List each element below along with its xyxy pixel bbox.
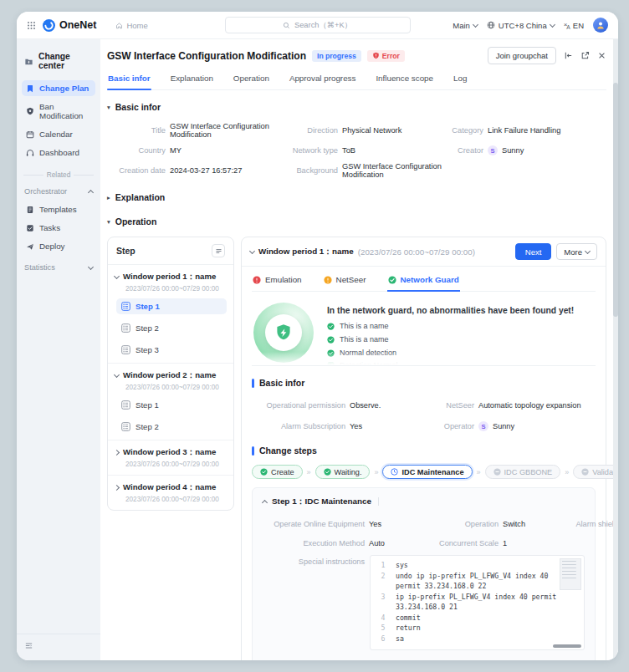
- search-input[interactable]: Search（⌘+K）: [225, 17, 411, 33]
- field-creation-date: Creation date2024-03-27 16:57:27: [107, 162, 276, 179]
- window-period-1-header[interactable]: Window period 1：name (2023/07/26 00:00~0…: [242, 237, 606, 267]
- section-explanation[interactable]: ▸ Explanation: [107, 192, 606, 202]
- field-value: 2024-03-27 16:57:27: [170, 166, 242, 175]
- sidebar-item-deploy[interactable]: Deploy: [22, 238, 95, 254]
- sidebar-item-ban-modification[interactable]: Ban Modification: [22, 99, 95, 124]
- sidebar-group-statistics[interactable]: Statistics: [17, 257, 100, 275]
- sidebar-header[interactable]: Change center: [17, 43, 100, 78]
- join-groupchat-button[interactable]: Join groupchat: [488, 47, 556, 64]
- step-panel-toggle-icon[interactable]: [212, 244, 225, 257]
- change-step-create[interactable]: Create: [252, 465, 303, 479]
- change-step-idc-gbbone[interactable]: IDC GBBONE: [485, 465, 561, 479]
- avatar: S: [488, 145, 498, 155]
- step-group: Window period 3：name2023/07/26 00:00~07/…: [108, 440, 233, 475]
- field-label: Creator: [443, 146, 483, 155]
- collapse-panel-icon[interactable]: [564, 51, 573, 60]
- chevron-up-icon: [88, 189, 94, 195]
- window-period-toggle[interactable]: Window period 4：name: [115, 482, 227, 493]
- tab-explanation[interactable]: Explanation: [170, 74, 214, 89]
- field-value: Automatic topology expansion: [478, 401, 581, 410]
- bookmark-icon: [26, 84, 34, 93]
- window-period-toggle[interactable]: Window period 1：name: [115, 272, 227, 283]
- language-switch[interactable]: ×A EN: [564, 21, 584, 30]
- special-instructions-code[interactable]: 1sys2undo ip ip-prefix PL_LFWG_V4 index …: [370, 555, 585, 650]
- next-button[interactable]: Next: [515, 243, 552, 260]
- guard-check-item: Detection Normal: [327, 362, 574, 365]
- field-value: Observe.: [350, 401, 381, 410]
- step-item-step-2[interactable]: Step 2: [116, 320, 227, 336]
- window-period-toggle[interactable]: Window period 2：name: [115, 370, 227, 381]
- pill-separator: »: [374, 468, 378, 476]
- user-avatar[interactable]: [593, 18, 608, 33]
- sidebar-item-templates[interactable]: Templates: [22, 201, 95, 217]
- sidebar-item-change-plan[interactable]: Change Plan: [22, 80, 95, 96]
- field-value: ToB: [342, 146, 355, 155]
- search-placeholder: Search（⌘+K）: [294, 20, 352, 31]
- ordered-list-icon: [121, 345, 130, 354]
- caret-down-icon: ▾: [107, 218, 110, 226]
- detail-basic-grid: Operational permissionObserve.NetSeerAut…: [252, 397, 596, 431]
- field-label: Background: [276, 166, 338, 175]
- tab-influence-scope[interactable]: Influence scope: [375, 74, 434, 89]
- code-scrollbar[interactable]: [553, 644, 581, 648]
- field-operation: OperationSwitch: [430, 516, 568, 532]
- breadcrumb-home[interactable]: Home: [115, 21, 147, 30]
- tab-log[interactable]: Log: [453, 74, 468, 89]
- chevron-down-icon: [249, 247, 255, 253]
- subtab-network-guard[interactable]: Network Guard: [387, 267, 460, 291]
- app-grid-icon[interactable]: [28, 22, 29, 23]
- field-label: Category: [443, 126, 483, 135]
- warning-badge-icon: [324, 276, 332, 284]
- change-step-validation[interactable]: Validation: [573, 465, 618, 479]
- section-operation[interactable]: ▾ Operation: [107, 216, 606, 227]
- sidebar: Change center Change PlanBan Modificatio…: [17, 39, 100, 660]
- code-line: 5return: [371, 623, 572, 634]
- main-scrollbar[interactable]: [613, 39, 618, 660]
- more-button[interactable]: More: [556, 243, 597, 260]
- step-item-step-2[interactable]: Step 2: [116, 419, 227, 435]
- tab-operation[interactable]: Operation: [233, 74, 270, 89]
- field-title: TitleGSW Interface Configuration Modific…: [107, 122, 276, 139]
- field-concurrent-scale: Concurrent Scale1: [430, 539, 568, 547]
- share-icon[interactable]: [580, 51, 590, 60]
- field-value: Switch: [503, 520, 525, 528]
- change-step-idc-maintenance[interactable]: IDC Maintenance: [382, 465, 472, 479]
- code-line: 6sa: [371, 634, 572, 644]
- field-label: Operate Online Equipment: [263, 520, 365, 528]
- field-label: Network type: [276, 146, 338, 155]
- change-step-waiting-[interactable]: Waiting.: [315, 465, 371, 479]
- ordered-list-icon: [121, 400, 130, 410]
- tab-basic-infor[interactable]: Basic infor: [107, 74, 151, 89]
- sidebar-item-dashboard[interactable]: Dashboard: [22, 145, 95, 160]
- minus-badge-icon: [493, 468, 501, 476]
- sidebar-item-calendar[interactable]: Calendar: [22, 126, 95, 142]
- sidebar-group-orchestrator[interactable]: Orchestrator: [17, 181, 100, 199]
- timezone-dropdown[interactable]: UTC+8 China: [487, 21, 555, 30]
- chevron-down-icon: [114, 273, 120, 279]
- subtab-netseer[interactable]: NetSeer: [323, 267, 367, 291]
- step-item-step-3[interactable]: Step 3: [116, 342, 227, 358]
- logo[interactable]: OneNet: [43, 19, 96, 32]
- main-menu-dropdown[interactable]: Main: [453, 21, 478, 30]
- step-item-step-1[interactable]: Step 1: [116, 397, 227, 413]
- step-item-step-1[interactable]: Step 1: [116, 298, 227, 314]
- tab-approval-progress[interactable]: Approval progress: [289, 74, 357, 89]
- dashboard-icon: [26, 149, 34, 157]
- field-value: GSW Interface Configuration Modification: [342, 162, 443, 179]
- search-icon: [283, 22, 290, 29]
- close-icon[interactable]: [597, 51, 606, 60]
- chevron-right-icon: [114, 485, 120, 491]
- templates-icon: [26, 206, 34, 214]
- window-period-toggle[interactable]: Window period 3：name: [115, 447, 227, 458]
- tasks-icon: [26, 224, 34, 232]
- sidebar-item-tasks[interactable]: Tasks: [22, 220, 95, 236]
- section-basic-infor[interactable]: ▾ Basic infor: [107, 102, 606, 112]
- orchestrator-nav: TemplatesTasksDeploy: [17, 201, 100, 254]
- collapse-sidebar-icon[interactable]: [24, 641, 33, 650]
- change-center-icon: [24, 57, 33, 66]
- ok-badge-icon: [327, 323, 335, 330]
- field-value: Physical Network: [342, 126, 401, 135]
- step1-header[interactable]: Step 1：IDC Maintenance: [263, 496, 585, 507]
- subtab-emulation[interactable]: Emulation: [252, 267, 303, 291]
- code-line: 3ip ip-prefix PL_LFWG_V4 index 40 permit…: [371, 592, 572, 613]
